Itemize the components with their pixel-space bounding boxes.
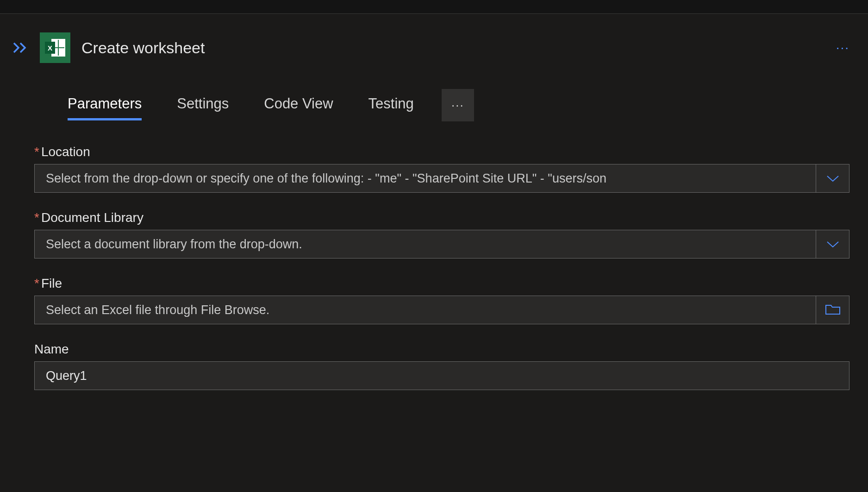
parameters-form: *Location *Document Library <box>12 145 853 390</box>
tab-codeview[interactable]: Code View <box>246 90 350 120</box>
chevron-down-icon <box>826 174 840 183</box>
name-input-wrap <box>34 361 849 390</box>
tab-overflow-button[interactable]: ··· <box>442 89 474 121</box>
chevron-down-icon <box>826 240 840 248</box>
action-title: Create worksheet <box>81 39 821 57</box>
field-document-library: *Document Library <box>34 210 849 259</box>
tab-settings[interactable]: Settings <box>159 90 246 120</box>
expand-panel-button[interactable] <box>12 41 29 54</box>
required-indicator: * <box>34 145 39 159</box>
file-picker <box>34 296 849 324</box>
name-input[interactable] <box>35 362 849 390</box>
document-library-label: *Document Library <box>34 210 849 225</box>
location-dropdown-button[interactable] <box>816 164 849 192</box>
more-actions-button[interactable]: ··· <box>832 40 853 55</box>
document-library-dropdown-button[interactable] <box>816 230 849 258</box>
field-name: Name <box>34 342 849 390</box>
tab-bar: Parameters Settings Code View Testing ··… <box>12 89 853 121</box>
tab-parameters[interactable]: Parameters <box>50 90 159 120</box>
window-top-bar <box>0 0 868 14</box>
document-library-input[interactable] <box>35 230 816 258</box>
file-label: *File <box>34 276 849 291</box>
location-label: *Location <box>34 145 849 159</box>
location-combobox <box>34 164 849 193</box>
document-library-combobox <box>34 230 849 259</box>
location-label-text: Location <box>41 145 90 159</box>
file-browse-button[interactable] <box>816 296 849 324</box>
file-input[interactable] <box>35 296 816 324</box>
name-label: Name <box>34 342 849 357</box>
action-panel: X Create worksheet ··· Parameters Settin… <box>0 14 868 390</box>
excel-icon: X <box>40 32 70 63</box>
tab-testing[interactable]: Testing <box>351 90 431 120</box>
document-library-label-text: Document Library <box>41 210 144 225</box>
location-input[interactable] <box>35 164 816 192</box>
file-label-text: File <box>41 276 62 290</box>
action-header: X Create worksheet ··· <box>12 32 853 63</box>
required-indicator: * <box>34 210 39 225</box>
required-indicator: * <box>34 276 39 290</box>
field-file: *File <box>34 276 849 324</box>
folder-icon <box>825 304 841 316</box>
field-location: *Location <box>34 145 849 193</box>
